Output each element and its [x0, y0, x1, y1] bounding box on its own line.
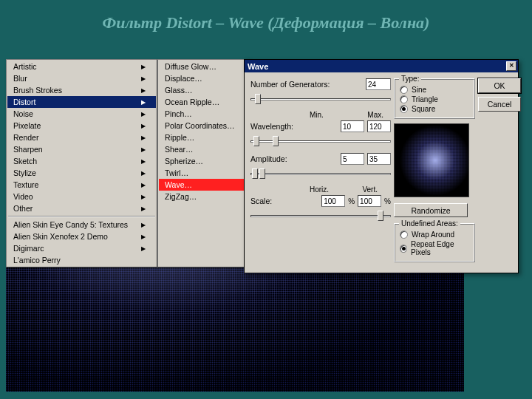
- radio-icon: [400, 231, 408, 239]
- generators-input[interactable]: 24: [366, 78, 391, 90]
- scale-slider[interactable]: [250, 210, 391, 222]
- generators-slider[interactable]: [250, 93, 391, 105]
- horiz-label: Horiz.: [310, 185, 329, 194]
- slide-title: Фильтр Distort – Wave (Деформация – Волн…: [0, 13, 532, 33]
- preview-noise-icon: [395, 124, 468, 197]
- vert-label: Vert.: [362, 185, 378, 194]
- amplitude-max-input[interactable]: 35: [367, 153, 391, 165]
- radio-icon: [400, 245, 407, 253]
- close-button[interactable]: ✕: [506, 61, 516, 71]
- scale-label: Scale:: [250, 197, 318, 205]
- scale-h-input[interactable]: 100: [321, 195, 345, 207]
- slider-thumb-icon[interactable]: [255, 94, 261, 104]
- wavelength-slider[interactable]: [250, 135, 391, 147]
- percent-label: %: [384, 197, 391, 205]
- undefined-group-title: Undefined Areas:: [399, 219, 460, 228]
- wavelength-max-input[interactable]: 120: [367, 120, 391, 132]
- wrap-around-radio[interactable]: Wrap Around: [400, 231, 469, 239]
- cancel-button[interactable]: Cancel: [478, 97, 521, 112]
- type-sine-radio[interactable]: Sine: [400, 86, 469, 94]
- slider-thumb-icon[interactable]: [253, 136, 259, 146]
- radio-icon: [400, 86, 408, 94]
- generators-label: Number of Generators:: [250, 80, 363, 89]
- wavelength-label: Wavelength:: [250, 122, 338, 131]
- randomize-button[interactable]: Randomize: [394, 203, 468, 217]
- repeat-edge-radio[interactable]: Repeat Edge Pixels: [400, 240, 469, 256]
- percent-label: %: [348, 197, 355, 205]
- slider-thumb-icon[interactable]: [259, 168, 265, 179]
- type-group: Type: Sine Triangle Square: [394, 78, 475, 119]
- slider-thumb-icon[interactable]: [252, 168, 258, 179]
- wavelength-min-input[interactable]: 10: [341, 120, 364, 132]
- type-square-radio[interactable]: Square: [400, 105, 469, 113]
- min-label: Min.: [310, 111, 324, 119]
- radio-icon: [400, 95, 408, 103]
- undefined-group: Undefined Areas: Wrap Around Repeat Edge…: [394, 223, 475, 262]
- slider-thumb-icon[interactable]: [273, 136, 279, 146]
- scale-v-input[interactable]: 100: [358, 195, 381, 207]
- radio-icon: [400, 105, 408, 113]
- type-triangle-radio[interactable]: Triangle: [400, 95, 469, 103]
- type-group-title: Type:: [399, 75, 421, 83]
- wave-dialog: Wave ✕ Number of Generators: 24 Min. Max…: [244, 59, 519, 273]
- max-label: Max.: [367, 111, 383, 119]
- ok-button[interactable]: OK: [478, 78, 521, 93]
- effect-preview: [394, 123, 469, 197]
- amplitude-slider[interactable]: [250, 168, 391, 180]
- slider-thumb-icon[interactable]: [378, 211, 383, 221]
- dialog-title: Wave: [248, 62, 268, 71]
- amplitude-min-input[interactable]: 5: [341, 153, 364, 165]
- dialog-titlebar[interactable]: Wave ✕: [245, 60, 518, 72]
- amplitude-label: Amplitude:: [250, 154, 338, 163]
- close-icon: ✕: [509, 62, 514, 69]
